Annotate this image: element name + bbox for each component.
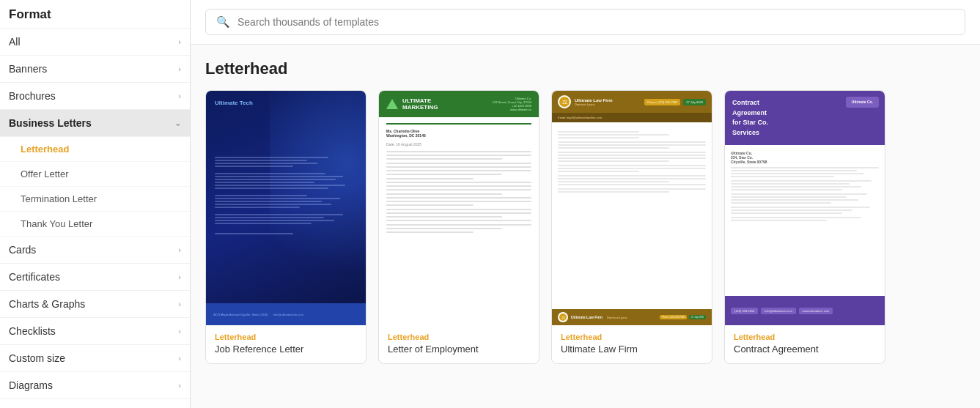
sidebar-item-certificates-label: Certificates (9, 271, 60, 283)
brand-name: ULTIMATEMARKETING (402, 97, 438, 111)
business-letters-submenu: Letterhead Offer Letter Termination Lett… (0, 137, 190, 237)
sidebar-item-education[interactable]: Education › (0, 399, 190, 408)
submenu-item-letterhead[interactable]: Letterhead (0, 137, 190, 162)
submenu-item-offer-letter[interactable]: Offer Letter (0, 162, 190, 187)
main-content: 🔍 Letterhead Ultimate Tech (191, 0, 980, 408)
contract-logo: Ultimate Co. (846, 97, 879, 108)
template-tag-3: Letterhead (561, 333, 703, 341)
template-tag-2: Letterhead (388, 333, 530, 341)
template-card-employment[interactable]: ULTIMATEMARKETING Ultimate Co.123 Street… (378, 90, 539, 364)
template-name-1: Job Reference Letter (215, 344, 357, 355)
template-card-law-firm[interactable]: ⚖ Ultimate Law Firm Damison Lyons Phone:… (551, 90, 712, 364)
chevron-icon: › (178, 272, 181, 281)
template-preview-2: ULTIMATEMARKETING Ultimate Co.123 Street… (379, 91, 539, 325)
sidebar: Format All › Banners › Brochures › Busin… (0, 0, 191, 408)
template-info-4: Letterhead Contract Agreement (725, 325, 885, 363)
chevron-icon: › (178, 37, 181, 46)
sidebar-item-charts-graphs[interactable]: Charts & Graphs › (0, 291, 190, 318)
chevron-icon: › (178, 354, 181, 363)
sidebar-item-all-label: All (9, 36, 21, 48)
sidebar-item-charts-graphs-label: Charts & Graphs (9, 298, 85, 310)
submenu-item-termination-letter[interactable]: Termination Letter (0, 187, 190, 212)
chevron-icon: › (178, 64, 181, 73)
search-bar-wrap: 🔍 (191, 0, 980, 45)
contract-header: ContractAgreementfor Star Co.Services Ul… (725, 91, 885, 145)
chevron-icon: › (178, 327, 181, 335)
chevron-down-icon: ⌄ (174, 119, 181, 128)
template-tag-4: Letterhead (734, 333, 876, 341)
template-card-job-reference[interactable]: Ultimate Tech (205, 90, 366, 364)
sidebar-item-certificates[interactable]: Certificates › (0, 264, 190, 291)
templates-grid: Ultimate Tech (205, 90, 965, 376)
search-icon: 🔍 (216, 15, 230, 29)
search-input[interactable] (237, 16, 954, 28)
template-preview-4: ContractAgreementfor Star Co.Services Ul… (725, 91, 885, 325)
sidebar-item-brochures[interactable]: Brochures › (0, 83, 190, 110)
template-info-1: Letterhead Job Reference Letter (206, 325, 366, 363)
sidebar-header: Format (0, 0, 190, 29)
sidebar-item-cards-label: Cards (9, 244, 36, 256)
contract-body: Ultimate Co.234, Star Co.Cityville, Stat… (725, 145, 885, 229)
sidebar-item-diagrams[interactable]: Diagrams › (0, 372, 190, 399)
law-header: ⚖ Ultimate Law Firm Damison Lyons Phone:… (552, 91, 712, 113)
sidebar-item-business-letters-label: Business Letters (9, 117, 92, 129)
template-preview-1: Ultimate Tech (206, 91, 366, 325)
search-bar: 🔍 (205, 9, 965, 35)
template-preview-3: ⚖ Ultimate Law Firm Damison Lyons Phone:… (552, 91, 712, 325)
law-contact: Email: legal@ultimatelawfirm.com (552, 113, 712, 122)
law-card-bottom: ⚖ Ultimate Law Firm Damison Lyons Phone:… (552, 309, 712, 325)
template-logo: Ultimate Tech (215, 100, 253, 106)
contract-footer: (123) 333-5555 info@ultimateco.com www.u… (725, 296, 885, 325)
sidebar-item-custom-size-label: Custom size (9, 352, 65, 364)
law-body (552, 122, 712, 200)
template-info-3: Letterhead Ultimate Law Firm (552, 325, 712, 363)
template-name-2: Letter of Employment (388, 344, 530, 355)
sidebar-item-custom-size[interactable]: Custom size › (0, 345, 190, 372)
sidebar-item-diagrams-label: Diagrams (9, 379, 53, 391)
sidebar-item-banners-label: Banners (9, 63, 47, 75)
template-card-contract[interactable]: ContractAgreementfor Star Co.Services Ul… (724, 90, 885, 364)
template-name-3: Ultimate Law Firm (561, 344, 703, 355)
chevron-icon: › (178, 381, 181, 390)
sidebar-item-checklists[interactable]: Checklists › (0, 318, 190, 345)
template-header-2: ULTIMATEMARKETING Ultimate Co.123 Street… (379, 91, 539, 117)
section-title: Letterhead (205, 59, 965, 78)
submenu-item-thank-you-letter[interactable]: Thank You Letter (0, 212, 190, 237)
content-area: Letterhead Ultimate Tech (191, 45, 980, 408)
sidebar-item-banners[interactable]: Banners › (0, 56, 190, 83)
chevron-icon: › (178, 245, 181, 254)
template-name-4: Contract Agreement (734, 344, 876, 355)
template-body (215, 127, 357, 236)
sidebar-item-checklists-label: Checklists (9, 325, 56, 337)
template-body-2: Ms. Charlotte OliveWashington, DC 20145 … (379, 117, 539, 241)
template-tag-1: Letterhead (215, 333, 357, 341)
chevron-icon: › (178, 300, 181, 308)
sidebar-item-brochures-label: Brochures (9, 90, 56, 102)
law-seal-icon: ⚖ (558, 95, 571, 108)
sidebar-item-cards[interactable]: Cards › (0, 237, 190, 264)
sidebar-item-all[interactable]: All › (0, 29, 190, 56)
chevron-icon: › (178, 92, 181, 100)
logo-triangle (386, 99, 398, 109)
template-info-2: Letterhead Letter of Employment (379, 325, 539, 363)
sidebar-item-business-letters[interactable]: Business Letters ⌄ (0, 110, 190, 137)
template-footer: 4673 Maple Avenue/Cityville, State 12346… (206, 303, 366, 325)
law-seal-bottom: ⚖ (558, 312, 568, 322)
